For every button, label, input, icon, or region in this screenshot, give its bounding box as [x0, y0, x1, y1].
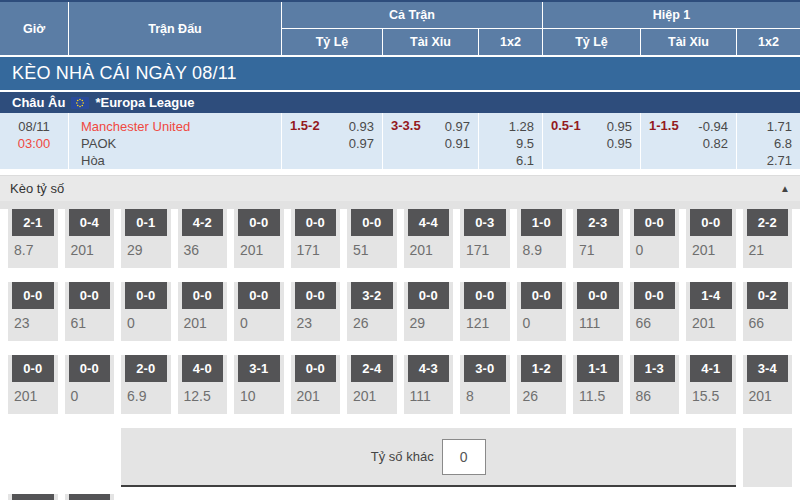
score-label: 0-0	[464, 282, 506, 309]
half-overunder-cell[interactable]: 1-1.5 -0.94 0.82	[641, 113, 736, 169]
score-odds: 61	[65, 309, 115, 331]
score-bet-cell[interactable]: 0-4 201	[65, 209, 115, 268]
full-handicap-odds-top[interactable]: 0.93	[349, 118, 374, 135]
score-bet-cell[interactable]: 2-3 71	[573, 209, 623, 268]
score-bet-cell[interactable]: 0-0 201	[234, 209, 284, 268]
score-bet-cell[interactable]: 0-0 131	[65, 494, 115, 500]
score-odds: 201	[743, 382, 793, 404]
score-bet-cell[interactable]: 0-0 29	[404, 282, 454, 341]
score-bet-cell[interactable]: 0-0 171	[291, 209, 341, 268]
full-handicap-cell[interactable]: 1.5-2 0.93 0.97	[282, 113, 382, 169]
score-label: 4-1	[690, 355, 732, 382]
score-bet-cell[interactable]: 0-0 0	[517, 282, 567, 341]
score-label: 1-3	[634, 355, 676, 382]
score-bet-cell[interactable]: 0-0 61	[65, 282, 115, 341]
score-bet-cell[interactable]: 3-0 8	[460, 355, 510, 414]
score-bet-cell[interactable]: 0-0 0	[630, 209, 680, 268]
score-bet-cell[interactable]: 0-0 201	[686, 209, 736, 268]
score-bet-cell[interactable]: 3-2 26	[347, 282, 397, 341]
score-label: 3-3	[12, 494, 54, 500]
score-label: 0-0	[238, 209, 280, 236]
score-bet-cell[interactable]: 2-0 6.9	[121, 355, 171, 414]
score-bet-cell[interactable]: 0-0 0	[65, 355, 115, 414]
score-bet-cell[interactable]: 3-1 10	[234, 355, 284, 414]
score-bet-cell[interactable]: 0-0 0	[121, 282, 171, 341]
score-bet-cell[interactable]: 0-0 201	[291, 355, 341, 414]
score-bet-cell[interactable]: 0-0 23	[8, 282, 58, 341]
score-bet-cell[interactable]: 4-4 201	[404, 209, 454, 268]
score-bet-cell[interactable]: 0-0 201	[8, 355, 58, 414]
score-bet-cell[interactable]: 0-3 171	[460, 209, 510, 268]
half-handicap-cell[interactable]: 0.5-1 0.95 0.95	[543, 113, 640, 169]
score-odds: 12.5	[178, 382, 228, 404]
score-bet-cell[interactable]: 1-3 86	[630, 355, 680, 414]
full-odds-2[interactable]: 6.1	[516, 152, 534, 169]
away-team-link[interactable]: PAOK	[81, 135, 281, 152]
score-bet-cell[interactable]: 0-0 51	[347, 209, 397, 268]
half-handicap-odds-top[interactable]: 0.95	[607, 118, 632, 135]
score-bet-cell[interactable]: 4-3 111	[404, 355, 454, 414]
score-label: 1-4	[690, 282, 732, 309]
score-bet-cell[interactable]: 4-2 36	[178, 209, 228, 268]
score-bet-cell[interactable]: 0-0 23	[291, 282, 341, 341]
score-bet-cell[interactable]: 0-0 111	[573, 282, 623, 341]
score-label: 0-0	[351, 209, 393, 236]
score-bet-cell[interactable]: 0-0 121	[460, 282, 510, 341]
half-odds-1[interactable]: 1.71	[767, 118, 792, 135]
score-label: 3-1	[238, 355, 280, 382]
score-bet-cell[interactable]: 1-4 201	[686, 282, 736, 341]
league-region: Châu Âu	[12, 95, 65, 110]
score-odds: 29	[404, 309, 454, 331]
score-bet-cell[interactable]: 2-2 21	[743, 209, 793, 268]
score-bet-cell[interactable]: 2-1 8.7	[8, 209, 58, 268]
score-bet-cell[interactable]: 2-4 201	[347, 355, 397, 414]
league-row[interactable]: Châu Âu *Europa League	[0, 92, 800, 113]
score-label: 0-0	[577, 282, 619, 309]
score-bet-cell[interactable]: 4-1 15.5	[686, 355, 736, 414]
collapse-arrow-icon[interactable]: ▲	[780, 183, 790, 194]
score-bet-cell[interactable]: 3-3 81	[8, 494, 58, 500]
half-handicap-line: 0.5-1	[551, 118, 581, 169]
score-odds: 201	[8, 382, 58, 404]
score-bet-cell[interactable]: 0-0 66	[630, 282, 680, 341]
odds-table-header: Giờ Trận Đấu Cả Trận Hiệp 1 Tỷ Lệ Tài Xỉ…	[0, 2, 800, 55]
score-bet-cell[interactable]: 3-4 201	[743, 355, 793, 414]
half-odds-x[interactable]: 6.8	[774, 135, 792, 152]
full-over-odds[interactable]: 0.97	[445, 118, 470, 135]
score-bet-cell[interactable]: 1-0 8.9	[517, 209, 567, 268]
match-time-cell: 08/11 03:00	[0, 113, 68, 169]
score-odds: 0	[121, 309, 171, 331]
score-bet-cell[interactable]: 0-2 66	[743, 282, 793, 341]
score-label: 0-0	[182, 282, 224, 309]
score-bet-cell[interactable]: 0-0 201	[178, 282, 228, 341]
match-time: 03:00	[18, 135, 51, 152]
score-bet-cell[interactable]: 1-2 26	[517, 355, 567, 414]
score-bet-cell[interactable]: 1-1 11.5	[573, 355, 623, 414]
score-label: 0-0	[238, 282, 280, 309]
score-section-header[interactable]: Kèo tỷ số ▲	[0, 175, 800, 201]
full-handicap-odds-bottom[interactable]: 0.97	[349, 135, 374, 152]
home-team-link[interactable]: Manchester United	[81, 118, 281, 135]
full-1x2-cell[interactable]: 1.28 9.5 6.1	[479, 113, 542, 169]
half-handicap-odds-bottom[interactable]: 0.95	[607, 135, 632, 152]
full-odds-x[interactable]: 9.5	[516, 135, 534, 152]
score-odds: 8.7	[8, 236, 58, 258]
score-bet-cell[interactable]: 4-0 12.5	[178, 355, 228, 414]
half-over-odds[interactable]: -0.94	[698, 118, 728, 135]
score-bet-cell[interactable]: 0-1 29	[121, 209, 171, 268]
score-label: 2-2	[747, 209, 789, 236]
half-odds-2[interactable]: 2.71	[767, 152, 792, 169]
other-score-label: Tỷ số khác	[371, 449, 434, 464]
score-label: 0-0	[408, 282, 450, 309]
full-overunder-cell[interactable]: 3-3.5 0.97 0.91	[383, 113, 478, 169]
full-under-odds[interactable]: 0.91	[445, 135, 470, 152]
full-odds-1[interactable]: 1.28	[509, 118, 534, 135]
score-label: 0-0	[12, 282, 54, 309]
other-score-input[interactable]	[442, 439, 486, 475]
half-1x2-cell[interactable]: 1.71 6.8 2.71	[737, 113, 800, 169]
column-header-half-handicap: Tỷ Lệ	[543, 29, 640, 55]
score-bet-cell[interactable]: 0-0 0	[234, 282, 284, 341]
score-grid: 2-1 8.7 0-4 201 0-1 29 4-2 36	[0, 209, 800, 500]
score-odds: 8.9	[517, 236, 567, 258]
half-under-odds[interactable]: 0.82	[703, 135, 728, 152]
